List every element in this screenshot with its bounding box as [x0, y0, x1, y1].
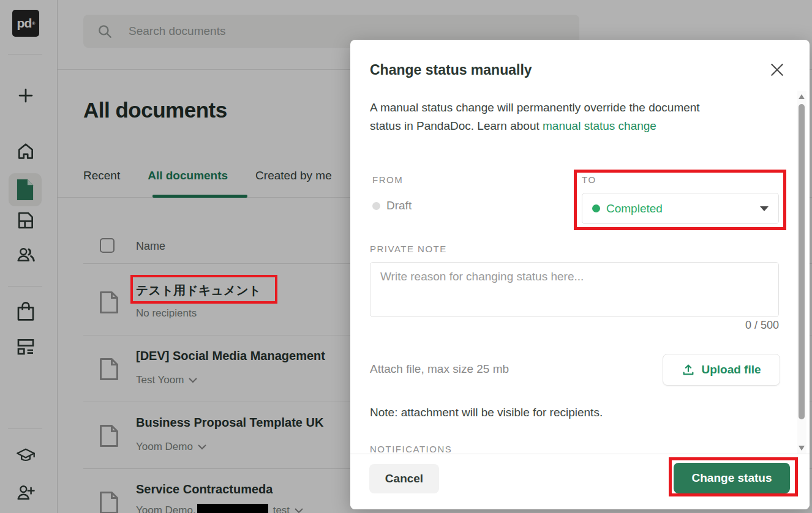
notifications-label: NOTIFICATIONS — [370, 444, 452, 454]
to-status-dropdown[interactable]: Completed — [582, 193, 779, 224]
from-label: FROM — [372, 174, 403, 185]
change-status-modal: Change status manually A manual status c… — [350, 40, 810, 509]
char-counter: 0 / 500 — [370, 319, 779, 332]
upload-file-label: Upload file — [701, 363, 761, 376]
to-label: TO — [582, 174, 596, 185]
private-note-label: PRIVATE NOTE — [370, 244, 447, 254]
change-status-button[interactable]: Change status — [674, 463, 790, 493]
upload-file-button[interactable]: Upload file — [663, 354, 780, 386]
to-status-value: Completed — [606, 202, 754, 215]
pandadoc-app: pd® — [0, 0, 812, 513]
attach-file-label: Attach file, max size 25 mb — [370, 362, 509, 376]
scroll-down-icon[interactable] — [799, 446, 805, 451]
modal-scrollbar[interactable] — [797, 91, 806, 454]
cancel-button[interactable]: Cancel — [369, 464, 439, 493]
modal-footer: Cancel Change status — [350, 454, 810, 509]
from-status: Draft — [372, 199, 412, 212]
attachment-note: Note: attachment will be visible for rec… — [370, 406, 603, 419]
close-icon — [769, 62, 785, 78]
close-button[interactable] — [769, 62, 785, 78]
scroll-up-icon[interactable] — [799, 94, 805, 99]
scrollbar-thumb[interactable] — [799, 104, 805, 419]
upload-icon — [682, 363, 695, 376]
completed-status-dot — [592, 204, 600, 212]
manual-status-change-link[interactable]: manual status change — [543, 119, 656, 132]
modal-description: A manual status change will permanently … — [370, 99, 732, 135]
dropdown-caret-icon — [760, 206, 769, 211]
from-status-value: Draft — [386, 199, 412, 212]
modal-title: Change status manually — [370, 62, 532, 78]
private-note-textarea[interactable] — [370, 262, 779, 317]
draft-status-dot — [372, 202, 380, 210]
